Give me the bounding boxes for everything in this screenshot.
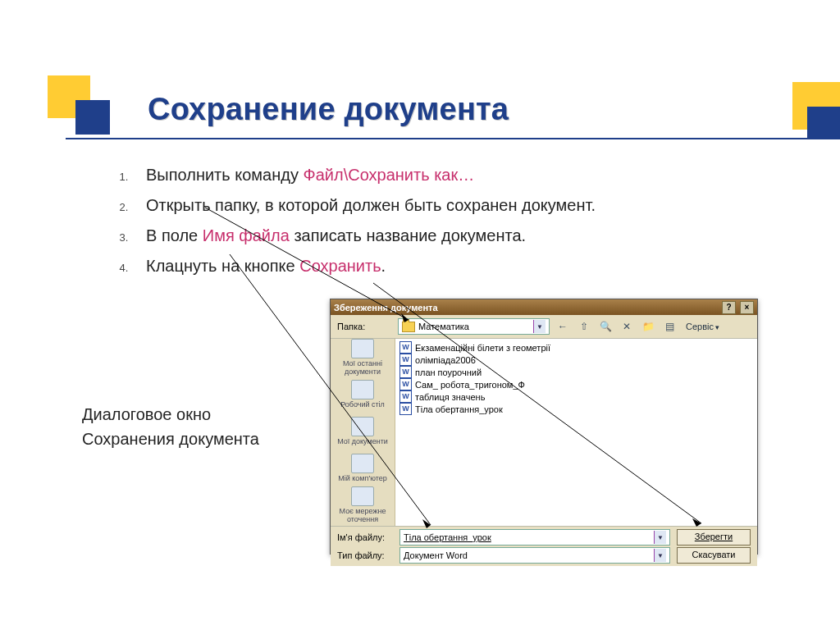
word-doc-icon: [399, 354, 412, 366]
deco-square-blue: [75, 100, 110, 135]
dialog-titlebar[interactable]: Збереження документа ? ×: [331, 299, 757, 315]
places-mypc-label: Мій комп'ютер: [338, 475, 386, 482]
file-name: Сам_ робота_тригоном_Ф: [415, 380, 525, 390]
file-name: таблиця значень: [415, 392, 485, 402]
places-network-label: Моє мережне оточення: [331, 508, 395, 523]
step-3: В поле Имя файла записать название докум…: [131, 223, 722, 249]
cancel-button[interactable]: Скасувати: [677, 547, 751, 564]
file-name: план поурочний: [415, 368, 482, 377]
list-item[interactable]: олімпіада2006: [399, 354, 753, 366]
mypc-icon: [351, 454, 374, 473]
dialog-title: Збереження документа: [334, 303, 438, 313]
places-mydocs-label: Мої документи: [337, 438, 388, 445]
dialog-toolbar: Папка: Математика ▼ ← ⇧ 🔍 ✕ 📁 ▤ Сервіс: [331, 315, 757, 339]
word-doc-icon: [399, 341, 412, 354]
step-4-text-c: .: [381, 257, 386, 275]
dialog-bottombar: Ім'я файлу: Тіла обертання_урок ▼ Зберег…: [331, 526, 757, 566]
filetype-value: Документ Word: [404, 550, 468, 560]
folder-label: Папка:: [337, 322, 393, 331]
dialog-caption: Диалоговое окно Сохранения документа: [82, 402, 259, 451]
places-desktop-label: Робочий стіл: [340, 401, 385, 409]
dialog-caption-line2: Сохранения документа: [82, 427, 259, 451]
folder-icon: [402, 322, 415, 332]
list-item[interactable]: Тіла обертання_урок: [399, 403, 753, 415]
list-item[interactable]: Екзаменаційні білети з геометрії: [399, 341, 753, 354]
word-doc-icon: [399, 378, 412, 390]
word-doc-icon: [399, 366, 412, 378]
filename-value: Тіла обертання_урок: [404, 532, 491, 542]
chevron-down-icon: ▼: [533, 320, 546, 333]
step-1-highlight: Файл\Сохранить как…: [304, 166, 475, 184]
folder-dropdown[interactable]: Математика ▼: [398, 318, 550, 335]
dialog-caption-line1: Диалоговое окно: [82, 402, 259, 427]
page-title: Сохранение документа: [148, 92, 509, 127]
step-4-highlight: Сохранить: [299, 257, 381, 275]
step-3-text-a: В поле: [146, 226, 203, 244]
search-icon[interactable]: 🔍: [597, 318, 614, 335]
desktop-icon: [351, 380, 374, 399]
recent-icon: [351, 339, 374, 358]
places-mypc[interactable]: Мій комп'ютер: [331, 450, 395, 486]
close-icon[interactable]: ×: [740, 301, 754, 314]
chevron-down-icon: ▼: [654, 531, 666, 544]
list-item[interactable]: план поурочний: [399, 366, 753, 378]
deco-square-blue-right: [807, 107, 840, 139]
network-icon: [351, 486, 374, 506]
file-name: олімпіада2006: [415, 355, 476, 365]
new-folder-icon[interactable]: 📁: [640, 318, 656, 335]
views-icon[interactable]: ▤: [661, 318, 678, 335]
list-item[interactable]: Сам_ робота_тригоном_Ф: [399, 378, 753, 390]
file-name: Тіла обертання_урок: [415, 404, 503, 414]
step-3-highlight: Имя файла: [203, 226, 290, 244]
places-mydocs[interactable]: Мої документи: [331, 413, 395, 450]
file-list[interactable]: Екзаменаційні білети з геометрії олімпіа…: [395, 339, 757, 526]
places-bar: Мої останні документи Робочий стіл Мої д…: [331, 339, 395, 526]
up-folder-icon[interactable]: ⇧: [576, 318, 592, 335]
places-network[interactable]: Моє мережне оточення: [331, 486, 395, 523]
filename-label: Ім'я файлу:: [337, 532, 393, 542]
step-4-text-a: Клацнуть на кнопке: [146, 257, 299, 275]
step-2: Открыть папку, в которой должен быть сох…: [131, 193, 722, 218]
places-recent[interactable]: Мої останні документи: [331, 339, 395, 376]
step-4: Клацнуть на кнопке Сохранить.: [131, 253, 722, 279]
delete-icon[interactable]: ✕: [619, 318, 635, 335]
places-recent-label: Мої останні документи: [331, 360, 395, 376]
chevron-down-icon: ▼: [654, 549, 666, 562]
word-doc-icon: [399, 403, 412, 415]
instruction-list: Выполнить команду Файл\Сохранить как… От…: [82, 162, 722, 284]
filename-field[interactable]: Тіла обертання_урок ▼: [399, 529, 670, 546]
places-desktop[interactable]: Робочий стіл: [331, 376, 395, 413]
file-name: Екзаменаційні білети з геометрії: [415, 343, 550, 353]
back-icon[interactable]: ←: [555, 318, 571, 335]
step-1-text: Выполнить команду: [146, 166, 304, 184]
title-underline: [66, 138, 840, 139]
save-button[interactable]: Зберегти: [677, 529, 751, 546]
help-icon[interactable]: ?: [722, 301, 736, 314]
service-menu[interactable]: Сервіс: [686, 322, 719, 331]
step-3-text-c: записать название документа.: [290, 226, 526, 244]
folder-value: Математика: [418, 322, 469, 331]
filetype-field[interactable]: Документ Word ▼: [399, 547, 670, 564]
save-as-dialog: Збереження документа ? × Папка: Математи…: [330, 299, 758, 555]
list-item[interactable]: таблиця значень: [399, 390, 753, 403]
word-doc-icon: [399, 390, 412, 403]
mydocs-icon: [351, 417, 374, 436]
filetype-label: Тип файлу:: [337, 550, 393, 560]
step-1: Выполнить команду Файл\Сохранить как…: [131, 162, 722, 188]
